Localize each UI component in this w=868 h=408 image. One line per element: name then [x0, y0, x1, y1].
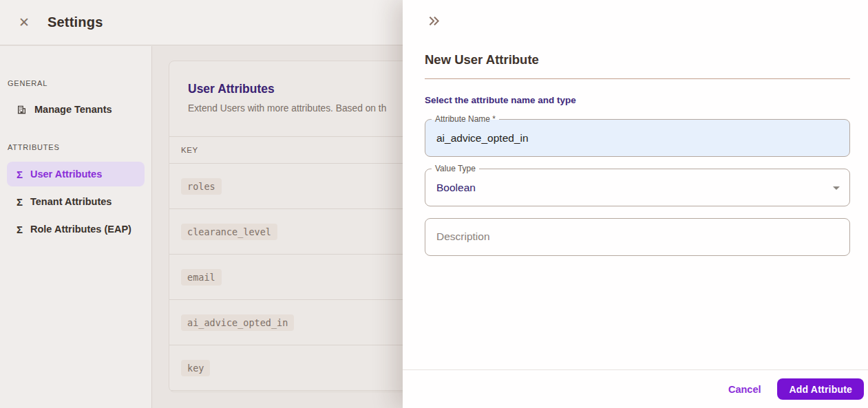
- dropdown-arrow-icon: [833, 186, 840, 190]
- value-type-select[interactable]: Value Type Boolean: [425, 169, 850, 206]
- value-type-value: Boolean: [425, 182, 476, 194]
- attribute-key-chip: email: [181, 269, 222, 286]
- sidebar-item-label: Tenant Attributes: [30, 196, 112, 207]
- attribute-key-chip: roles: [181, 178, 222, 195]
- attribute-name-input[interactable]: [425, 120, 849, 156]
- drawer-title: New User Attribute: [425, 52, 850, 67]
- close-icon: ✕: [19, 15, 30, 30]
- sidebar-item-manage-tenants[interactable]: Manage Tenants: [7, 97, 145, 122]
- drawer-spacer: [425, 256, 850, 369]
- attribute-name-field: Attribute Name *: [425, 119, 850, 157]
- cancel-button[interactable]: Cancel: [719, 378, 771, 400]
- close-button[interactable]: ✕: [12, 11, 36, 34]
- sidebar-section-general-label: GENERAL: [8, 79, 145, 87]
- drawer-footer: Cancel Add Attribute: [403, 369, 868, 408]
- sidebar-item-role-attributes[interactable]: Σ Role Attributes (EAP): [7, 217, 145, 241]
- page-title: Settings: [47, 14, 103, 30]
- collapse-drawer-button[interactable]: [425, 14, 443, 30]
- sigma-icon: Σ: [17, 169, 23, 180]
- sidebar-section-attributes-label: ATTRIBUTES: [8, 143, 145, 151]
- sidebar-item-tenant-attributes[interactable]: Σ Tenant Attributes: [7, 189, 145, 214]
- sidebar-item-label: Role Attributes (EAP): [30, 224, 131, 235]
- sidebar-item-user-attributes[interactable]: Σ User Attributes: [7, 162, 145, 186]
- column-header-key: KEY: [181, 146, 198, 154]
- add-attribute-button[interactable]: Add Attribute: [777, 378, 864, 400]
- form-section-label: Select the attribute name and type: [425, 95, 850, 106]
- sigma-icon: Σ: [17, 196, 23, 208]
- sidebar-item-label: User Attributes: [30, 169, 102, 180]
- new-user-attribute-drawer: New User Attribute Select the attribute …: [403, 0, 868, 408]
- value-type-label: Value Type: [432, 164, 479, 174]
- double-chevron-right-icon: [427, 14, 441, 28]
- sidebar-item-label: Manage Tenants: [34, 104, 112, 115]
- sidebar: GENERAL Manage Tenants ATTRIBUTES Σ User…: [0, 46, 152, 408]
- attribute-key-chip: clearance_level: [181, 224, 277, 240]
- drawer-title-divider: [425, 78, 850, 79]
- attribute-key-chip: ai_advice_opted_in: [181, 314, 294, 331]
- settings-screen: ✕ Settings GENERAL Manage Tenants ATTRIB…: [0, 0, 868, 408]
- description-input[interactable]: [425, 219, 849, 255]
- description-field: [425, 218, 850, 256]
- attribute-key-chip: key: [181, 360, 210, 376]
- building-icon: [17, 105, 27, 115]
- sigma-icon: Σ: [17, 224, 23, 235]
- attribute-name-label: Attribute Name *: [432, 114, 499, 125]
